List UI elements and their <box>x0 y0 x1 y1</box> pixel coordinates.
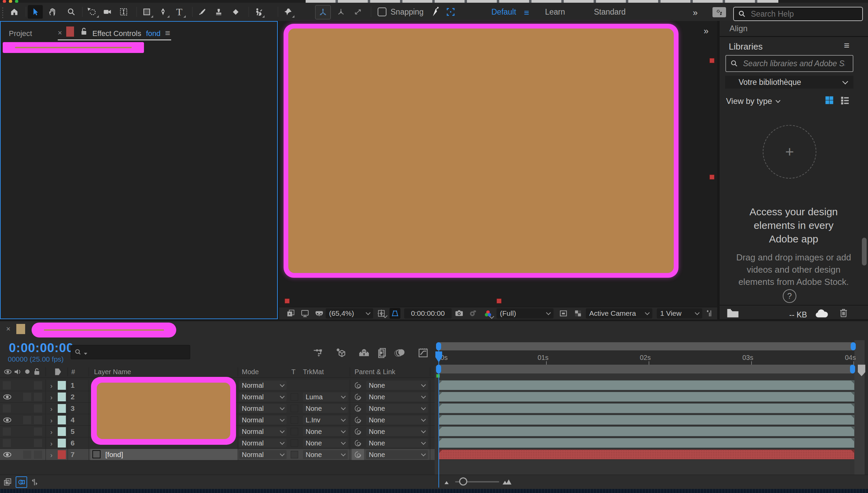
expand-arrow-icon[interactable]: › <box>50 428 53 436</box>
video-toggle[interactable] <box>3 404 11 413</box>
comp-color-swatch[interactable] <box>66 26 74 37</box>
zoom-out-mountain-icon[interactable] <box>444 479 451 485</box>
parent-dropdown[interactable]: None <box>366 392 428 401</box>
graph-editor-icon[interactable] <box>417 347 429 359</box>
video-toggle[interactable] <box>3 381 11 389</box>
expand-arrow-icon[interactable]: › <box>50 417 53 424</box>
eye-icon[interactable] <box>3 416 12 424</box>
view-axis-mode-button[interactable] <box>350 5 365 19</box>
lock-toggle[interactable] <box>34 427 42 436</box>
preserve-transparency-toggle[interactable] <box>291 393 298 401</box>
grid-view-icon[interactable] <box>824 95 834 105</box>
column-trkmat[interactable]: TrkMat <box>303 368 324 376</box>
layer-bar-6[interactable] <box>439 438 854 448</box>
layer-bar-5[interactable] <box>439 426 854 436</box>
viewer-overflow-chevrons[interactable]: » <box>704 26 708 36</box>
layer-handle[interactable] <box>496 298 502 304</box>
tab-effect-controls[interactable]: Effect Controls <box>92 29 141 38</box>
eraser-tool[interactable] <box>228 5 243 19</box>
search-help-input[interactable] <box>750 9 847 19</box>
lock-toggle[interactable] <box>34 404 42 413</box>
mode-dropdown[interactable]: Normal <box>239 439 287 448</box>
pick-whip-icon[interactable] <box>354 427 362 436</box>
pixel-aspect-correction-icon[interactable] <box>706 309 714 318</box>
layer-handle[interactable] <box>709 58 715 63</box>
lock-toggle[interactable] <box>34 439 42 447</box>
eye-icon[interactable] <box>3 393 12 401</box>
channel-settings-icon[interactable] <box>483 309 493 318</box>
trkmat-dropdown[interactable]: None <box>303 439 348 448</box>
layer-handle[interactable] <box>709 175 715 180</box>
workspace-overflow-chevrons[interactable]: » <box>693 7 698 18</box>
mode-dropdown[interactable]: Normal <box>239 404 287 413</box>
parent-dropdown[interactable]: None <box>366 439 428 448</box>
transparency-grid-icon[interactable] <box>573 309 583 318</box>
pick-whip-icon[interactable] <box>354 404 362 413</box>
resolution-dropdown[interactable]: (Full) <box>496 308 554 318</box>
navigator-start-handle[interactable] <box>436 342 441 350</box>
zoom-level-dropdown[interactable]: (65,4%) <box>326 308 373 318</box>
solo-toggle[interactable] <box>23 451 31 459</box>
search-help-box[interactable] <box>733 7 863 21</box>
zoom-in-mountains-icon[interactable] <box>502 478 512 486</box>
column-layer-name[interactable]: Layer Name <box>94 368 131 376</box>
hand-tool[interactable] <box>45 5 60 19</box>
libraries-search-input[interactable] <box>742 59 846 69</box>
workspace-tab-learn[interactable]: Learn <box>545 7 565 17</box>
layer-label-swatch[interactable] <box>58 392 66 401</box>
3d-view-goggles-icon[interactable] <box>314 309 324 318</box>
expand-transfer-controls-icon[interactable] <box>16 476 27 488</box>
column-t[interactable]: T <box>291 368 295 376</box>
timeline-search-box[interactable] <box>71 345 190 359</box>
cloud-sync-icon[interactable] <box>814 308 829 318</box>
lock-toggle[interactable] <box>34 451 42 459</box>
timeline-comp-swatch[interactable] <box>16 324 25 334</box>
layer-bar-3[interactable] <box>439 403 854 413</box>
parent-dropdown[interactable]: None <box>366 450 428 459</box>
trash-icon[interactable] <box>839 308 848 318</box>
pick-whip-icon[interactable] <box>354 416 362 424</box>
add-content-dropzone[interactable]: + <box>763 125 816 179</box>
playhead-marker[interactable] <box>435 351 442 363</box>
timeline-tab-close-icon[interactable]: × <box>6 325 11 333</box>
draft-3d-icon[interactable] <box>335 347 347 359</box>
type-tool[interactable]: T <box>172 5 187 19</box>
toolbar-grip[interactable] <box>1 7 4 18</box>
parent-dropdown[interactable]: None <box>366 416 428 424</box>
parent-dropdown[interactable]: None <box>366 381 428 390</box>
local-axis-mode-button[interactable] <box>315 5 331 19</box>
mode-dropdown[interactable]: Normal <box>239 416 287 424</box>
solid-brown-layer[interactable] <box>288 29 674 273</box>
library-select-dropdown[interactable]: Votre bibliothèque <box>725 76 853 89</box>
layer-label-swatch[interactable] <box>58 427 66 436</box>
layer-label-swatch[interactable] <box>58 450 66 459</box>
view-layout-dropdown[interactable]: 1 View <box>657 308 702 318</box>
redacted-comp-name[interactable] <box>32 323 176 337</box>
trkmat-dropdown[interactable]: None <box>303 404 348 413</box>
layer-bar-7-fond[interactable] <box>439 450 854 459</box>
workspace-settings-icon[interactable] <box>712 7 726 17</box>
lock-toggle[interactable] <box>34 416 42 424</box>
workspace-default-menu-icon[interactable]: ≡ <box>524 7 529 18</box>
layer-row-7[interactable]: › 7 [fond] Normal None None <box>0 449 435 460</box>
pick-whip-icon[interactable] <box>354 393 362 401</box>
folder-icon[interactable] <box>727 308 739 318</box>
project-tab-close-icon[interactable]: × <box>58 29 62 37</box>
timeline-vscrollbar-thumb[interactable] <box>858 365 865 372</box>
trkmat-dropdown[interactable]: Luma <box>303 392 348 401</box>
world-axis-mode-button[interactable] <box>333 5 348 19</box>
playhead-line[interactable] <box>438 350 439 488</box>
mode-dropdown[interactable]: Normal <box>239 427 287 436</box>
puppet-pin-tool[interactable] <box>281 5 295 19</box>
3d-view-dropdown[interactable]: Active Camera <box>586 308 652 318</box>
selection-tool[interactable] <box>28 5 43 19</box>
region-of-interest-icon[interactable] <box>559 309 568 318</box>
preserve-transparency-toggle[interactable] <box>291 428 298 435</box>
lock-toggle[interactable] <box>34 381 42 389</box>
roto-brush-tool[interactable] <box>251 5 266 19</box>
comp-marker[interactable] <box>436 374 440 378</box>
zoom-tool[interactable] <box>64 5 79 19</box>
clone-stamp-tool[interactable] <box>211 5 226 19</box>
video-toggle[interactable] <box>3 439 11 447</box>
trkmat-dropdown[interactable]: L.Inv <box>303 416 348 424</box>
